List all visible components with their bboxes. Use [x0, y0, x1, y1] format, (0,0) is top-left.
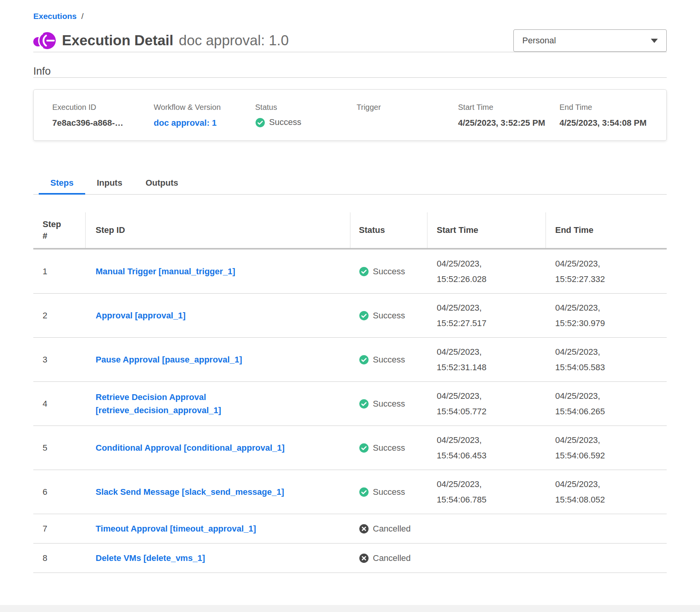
status-cell: Success [350, 311, 427, 321]
step-id-cell: Manual Trigger [manual_trigger_1] [86, 265, 350, 278]
step-number: 2 [33, 311, 86, 321]
step-link[interactable]: Retrieve Decision Approval [retrieve_dec… [96, 391, 305, 417]
date-line: 04/25/2023, [555, 256, 667, 272]
status-cell: Success [350, 443, 427, 453]
date-line: 04/25/2023, [555, 344, 667, 360]
steps-table: Step # Step ID Status Start Time End Tim… [33, 212, 667, 573]
table-header: Step # Step ID Status Start Time End Tim… [33, 212, 667, 250]
column-header-status: Status [350, 212, 427, 248]
step-number: 5 [33, 443, 86, 453]
column-header-start-time: Start Time [427, 212, 546, 248]
step-number: 1 [33, 267, 86, 277]
time-line: 15:54:06.453 [437, 448, 546, 463]
breadcrumb-separator: / [81, 12, 84, 21]
status-cell: Cancelled [350, 553, 427, 563]
field-start-time: Start Time 4/25/2023, 3:52:25 PM [458, 103, 559, 129]
table-row: 6Slack Send Message [slack_send_message_… [33, 470, 667, 514]
info-section-heading: Info [33, 65, 667, 77]
status-label: Success [269, 117, 301, 127]
step-link[interactable]: Manual Trigger [manual_trigger_1] [96, 265, 235, 278]
date-line: 04/25/2023, [437, 256, 546, 272]
field-label: End Time [559, 103, 652, 112]
field-workflow-version: Workflow & Version doc approval: 1 [154, 103, 255, 129]
breadcrumb-executions-link[interactable]: Executions [33, 12, 77, 21]
date-line: 04/25/2023, [437, 433, 546, 448]
date-line: 04/25/2023, [555, 300, 667, 316]
check-circle-icon [359, 311, 369, 321]
check-circle-icon [359, 355, 369, 365]
workspace-selector[interactable]: Personal [513, 29, 667, 52]
execution-info-card: Execution ID 7e8ac396-a868-… Workflow & … [33, 89, 667, 141]
time-line: 15:54:06.265 [555, 404, 667, 419]
step-id-cell: Pause Approval [pause_approval_1] [86, 353, 350, 366]
time-line: 15:52:30.979 [555, 316, 667, 331]
execution-id-value: 7e8ac396-a868-… [52, 118, 123, 128]
x-circle-icon [359, 553, 369, 563]
step-link[interactable]: Timeout Approval [timeout_approval_1] [96, 522, 256, 535]
time-line: 15:52:26.028 [437, 272, 546, 287]
table-row: 5Conditional Approval [conditional_appro… [33, 426, 667, 470]
status-label: Success [373, 443, 405, 453]
date-line: 04/25/2023, [437, 300, 546, 316]
table-row: 2Approval [approval_1]Success04/25/2023,… [33, 294, 667, 338]
status-label: Success [373, 267, 405, 277]
main-content: Executions / Execution Detail doc approv… [33, 0, 667, 573]
date-line: 04/25/2023, [437, 344, 546, 360]
step-link[interactable]: Delete VMs [delete_vms_1] [96, 552, 205, 565]
step-number: 3 [33, 355, 86, 365]
table-row: 8Delete VMs [delete_vms_1]Cancelled [33, 544, 667, 573]
tab-outputs[interactable]: Outputs [134, 175, 190, 194]
step-id-cell: Retrieve Decision Approval [retrieve_dec… [86, 391, 350, 417]
start-time-cell: 04/25/2023,15:52:27.517 [427, 300, 546, 331]
field-trigger: Trigger [357, 103, 458, 129]
status-cell: Success [350, 487, 427, 497]
step-link[interactable]: Pause Approval [pause_approval_1] [96, 353, 242, 366]
step-number: 4 [33, 399, 86, 409]
table-row: 7Timeout Approval [timeout_approval_1]Ca… [33, 514, 667, 544]
field-end-time: End Time 4/25/2023, 3:54:08 PM [559, 103, 661, 129]
status-value: Success [255, 117, 348, 127]
status-label: Cancelled [373, 524, 411, 534]
time-line: 15:54:05.772 [437, 404, 546, 419]
start-time-cell: 04/25/2023,15:54:05.772 [427, 388, 546, 419]
tab-bar: Steps Inputs Outputs [33, 175, 667, 195]
step-number: 8 [33, 553, 86, 563]
step-link[interactable]: Approval [approval_1] [96, 309, 185, 322]
start-time-cell: 04/25/2023,15:52:31.148 [427, 344, 546, 375]
tab-inputs[interactable]: Inputs [85, 175, 134, 194]
title-group: Execution Detail doc approval: 1.0 [33, 31, 289, 50]
column-header-step-num: Step # [33, 212, 86, 248]
time-line: 15:52:27.332 [555, 272, 667, 287]
check-circle-icon [359, 267, 369, 277]
check-circle-icon [359, 399, 369, 409]
step-link[interactable]: Conditional Approval [conditional_approv… [96, 441, 285, 455]
breadcrumb: Executions / [33, 0, 667, 21]
step-id-cell: Delete VMs [delete_vms_1] [86, 552, 350, 565]
field-label: Status [255, 103, 348, 112]
workflow-version-link[interactable]: doc approval: 1 [154, 117, 217, 129]
start-time-cell: 04/25/2023,15:54:06.785 [427, 477, 546, 508]
field-status: Status Success [255, 103, 357, 129]
start-time-value: 4/25/2023, 3:52:25 PM [458, 118, 545, 128]
column-header-step-id: Step ID [86, 212, 350, 248]
status-cell: Success [350, 355, 427, 365]
date-line: 04/25/2023, [437, 477, 546, 492]
status-label: Success [373, 311, 405, 321]
date-line: 04/25/2023, [555, 477, 667, 492]
status-label: Success [373, 487, 405, 497]
field-label: Start Time [458, 103, 551, 112]
table-row: 1Manual Trigger [manual_trigger_1]Succes… [33, 250, 667, 294]
header-divider [33, 52, 667, 52]
table-row: 3Pause Approval [pause_approval_1]Succes… [33, 338, 667, 382]
check-circle-icon [359, 443, 369, 453]
time-line: 15:54:08.052 [555, 492, 667, 508]
field-execution-id: Execution ID 7e8ac396-a868-… [52, 103, 154, 129]
end-time-cell: 04/25/2023,15:52:27.332 [546, 256, 667, 287]
column-header-end-time: End Time [546, 212, 667, 248]
status-cell: Cancelled [350, 524, 427, 534]
tab-steps[interactable]: Steps [39, 175, 85, 194]
field-label: Trigger [357, 103, 450, 112]
step-link[interactable]: Slack Send Message [slack_send_message_1… [96, 485, 284, 499]
status-label: Success [373, 355, 405, 365]
end-time-cell: 04/25/2023,15:54:05.583 [546, 344, 667, 375]
